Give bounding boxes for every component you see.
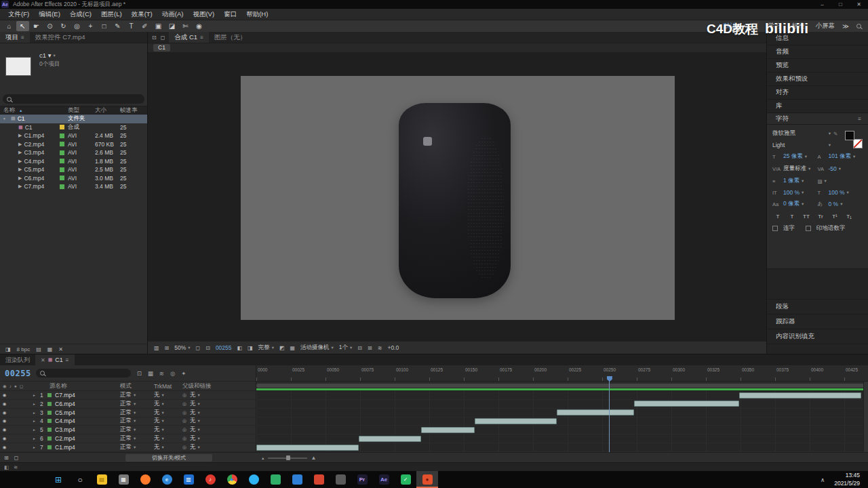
layer-label-chip[interactable] xyxy=(47,445,55,449)
panel-section[interactable]: 段落 xyxy=(767,300,868,314)
layer-parent-dropdown[interactable]: 无 xyxy=(190,400,200,408)
timeline-layer-row[interactable]: ◉ ▸ 3 C5.mp4 正常 无 ◎ 无 xyxy=(0,409,256,418)
magnification-icon[interactable]: ⊞ xyxy=(165,345,170,351)
search-icon[interactable] xyxy=(856,24,861,28)
timeline-scrollbar[interactable] xyxy=(863,382,868,452)
bit-depth-button[interactable]: 8 bpc xyxy=(17,346,31,352)
workspace-default[interactable]: 默认 xyxy=(724,22,736,30)
panel-section[interactable]: 内容识别填充 xyxy=(767,329,868,344)
layer-expander-icon[interactable]: ▸ xyxy=(33,411,40,415)
layer-trkmat-dropdown[interactable]: 无 xyxy=(154,417,182,425)
pen-tool[interactable]: ✎ xyxy=(111,21,124,31)
layer-parent-dropdown[interactable]: 无 xyxy=(190,417,200,425)
layer-trkmat-dropdown[interactable]: 无 xyxy=(154,400,182,408)
layer-parent-dropdown[interactable]: 无 xyxy=(190,391,200,399)
layer-mode-dropdown[interactable]: 正常 xyxy=(120,426,154,434)
tsume-field[interactable]: 0 % xyxy=(829,201,843,207)
menu-item[interactable]: 帮助(H) xyxy=(241,10,273,19)
eraser-tool[interactable]: ◪ xyxy=(165,21,178,31)
project-row[interactable]: ▶ C4.mp4 AVI 1.8 MB 25 xyxy=(0,157,147,166)
edge[interactable]: e xyxy=(156,471,178,488)
label-chip[interactable] xyxy=(60,150,64,155)
layer-name[interactable]: C7.mp4 xyxy=(55,392,120,399)
file-explorer[interactable]: ▤ xyxy=(91,471,113,488)
hindi-digits-checkbox[interactable] xyxy=(806,226,811,231)
faux-style-button[interactable]: TT xyxy=(801,212,812,220)
exposure-value[interactable]: +0.0 xyxy=(387,344,399,351)
roto-brush-tool[interactable]: ✄ xyxy=(179,21,192,31)
workspace-item[interactable]: 小屏幕 xyxy=(816,22,835,30)
layer-label-chip[interactable] xyxy=(47,419,55,423)
layer-trkmat-dropdown[interactable]: 无 xyxy=(154,426,182,434)
panel-section[interactable]: 效果和预设 xyxy=(767,73,868,86)
project-row[interactable]: ▦ C1 合成 25 xyxy=(0,123,147,132)
start-button[interactable]: ⊞ xyxy=(47,471,69,488)
panel-section[interactable]: 音频 xyxy=(767,45,868,59)
column-name[interactable]: 名称▲ xyxy=(0,106,60,115)
layer-label-chip[interactable] xyxy=(47,411,55,415)
timeline-option-icon[interactable]: ◎ xyxy=(170,370,175,377)
layer-label-chip[interactable] xyxy=(47,393,55,397)
stroke-width-field[interactable]: 1 像素 xyxy=(783,177,804,185)
vertical-scale-field[interactable]: 100 % xyxy=(783,189,804,196)
layer-name[interactable]: C4.mp4 xyxy=(55,418,120,424)
layer-duration-bar[interactable] xyxy=(739,392,861,399)
layer-duration-bar[interactable] xyxy=(359,436,421,442)
menu-item[interactable]: 文件(F) xyxy=(3,10,34,19)
layer-mode-dropdown[interactable]: 正常 xyxy=(120,434,154,443)
current-time-display[interactable]: 00255 xyxy=(216,344,232,351)
font-size-dropdown[interactable]: 25 像素 xyxy=(783,152,807,161)
faux-style-button[interactable]: T₁ xyxy=(844,212,854,220)
column-mode[interactable]: 模式 xyxy=(120,382,154,390)
chrome[interactable]: ● xyxy=(221,471,243,488)
project-row[interactable]: ▶ C1.mp4 AVI 2.4 MB 25 xyxy=(0,131,147,140)
layer-trkmat-dropdown[interactable]: 无 xyxy=(154,409,182,417)
label-chip[interactable] xyxy=(60,142,64,146)
faux-style-button[interactable]: T xyxy=(787,212,797,220)
app-gray[interactable]: ▦ xyxy=(113,471,134,488)
layer-duration-bar[interactable] xyxy=(557,409,634,415)
label-chip[interactable] xyxy=(60,167,64,172)
timeline-zoom-control[interactable]: ▲ ▲ xyxy=(261,455,316,461)
layer-expander-icon[interactable]: ▸ xyxy=(33,419,40,423)
layer-name[interactable]: C6.mp4 xyxy=(55,401,120,407)
toggle-switches-modes-button[interactable]: 切换开关/模式 xyxy=(125,454,212,462)
composition-mini-flow-icon[interactable]: ⊞ xyxy=(4,455,9,461)
tab-composition[interactable]: 合成 C1 ≡ xyxy=(169,32,208,43)
timeline-option-icon[interactable]: ≋ xyxy=(159,370,164,377)
channels-icon[interactable]: ◨ xyxy=(248,345,253,351)
font-family-dropdown[interactable]: 微软雅黑 xyxy=(772,129,831,138)
stroke-color-swatch[interactable] xyxy=(853,139,863,148)
panel-menu-icon[interactable]: ≡ xyxy=(200,35,203,41)
layer-duration-bar[interactable] xyxy=(634,401,739,407)
timeline-layer-row[interactable]: ◉ ▸ 5 C3.mp4 正常 无 ◎ 无 xyxy=(0,426,256,434)
column-size[interactable]: 大小 xyxy=(95,106,120,115)
faux-style-button[interactable]: T xyxy=(772,212,783,220)
layer-duration-bar[interactable] xyxy=(421,427,475,433)
time-ruler[interactable]: 0000000250005000075001000012500150001750… xyxy=(256,365,868,382)
pixel-aspect-icon[interactable]: ⊟ xyxy=(357,345,362,351)
mask-visibility-icon[interactable]: ⊡ xyxy=(205,345,210,351)
column-parent-link[interactable]: 父级和链接 xyxy=(182,382,256,390)
layer-duration-bar[interactable] xyxy=(475,418,556,424)
timeline-track-area[interactable]: 0000000250005000075001000012500150001750… xyxy=(256,365,868,452)
work-area-bar[interactable] xyxy=(256,384,868,388)
panel-menu-icon[interactable]: ≡ xyxy=(66,357,69,363)
menu-item[interactable]: 动画(A) xyxy=(157,10,189,19)
zoom-slider-thumb[interactable] xyxy=(286,455,290,460)
pickwhip-icon[interactable]: ◎ xyxy=(182,436,186,441)
timeline-layer-row[interactable]: ◉ ▸ 6 C2.mp4 正常 无 ◎ 无 xyxy=(0,434,256,443)
tab-comp-timeline[interactable]: ✕ ▦ C1 ≡ xyxy=(35,354,75,365)
pan-behind-tool[interactable]: + xyxy=(84,21,97,31)
timeline-option-icon[interactable]: ▦ xyxy=(148,370,153,377)
premiere[interactable]: Pr xyxy=(351,471,373,488)
zoom-tool[interactable]: ⊙ xyxy=(43,21,56,31)
label-chip[interactable] xyxy=(60,117,64,121)
tab-project[interactable]: 项目 ≡ xyxy=(0,32,30,43)
pickwhip-icon[interactable]: ◎ xyxy=(182,410,186,415)
after-effects[interactable]: Ae xyxy=(373,471,395,488)
close-tab-icon[interactable]: ✕ xyxy=(41,357,45,363)
store[interactable]: ▥ xyxy=(178,471,199,488)
layer-trkmat-dropdown[interactable]: 无 xyxy=(154,434,182,443)
label-chip[interactable] xyxy=(60,134,64,138)
